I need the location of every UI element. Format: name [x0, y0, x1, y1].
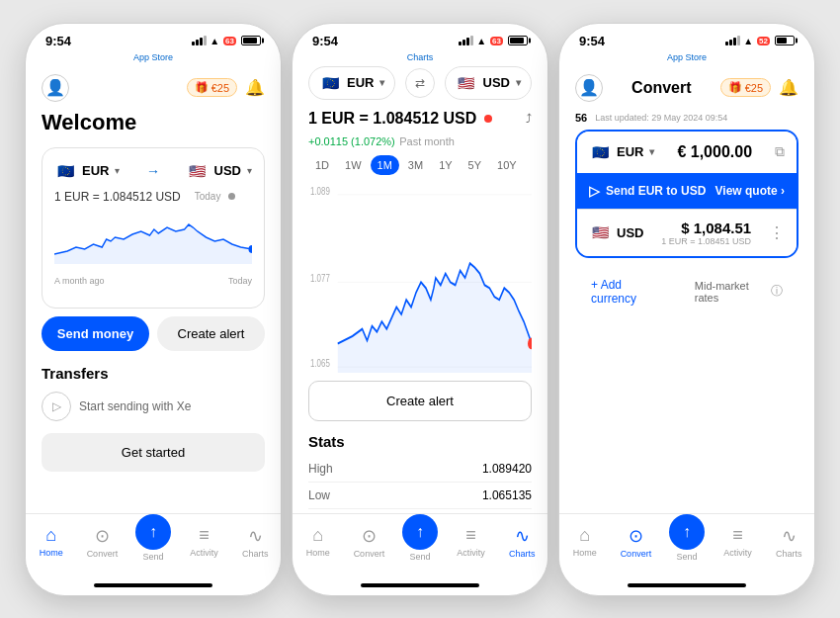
swap-button-2[interactable]: ⇄ — [405, 68, 435, 98]
start-sending-text: Start sending with Xe — [79, 399, 191, 413]
convert-actions-row: + Add currency Mid-market rates ⓘ — [559, 264, 814, 319]
nav-home-2[interactable]: ⌂ Home — [298, 525, 338, 558]
time-1d[interactable]: 1D — [308, 155, 336, 175]
nav-activity-2[interactable]: ≡ Activity — [452, 525, 491, 558]
add-currency-button[interactable]: + Add currency — [575, 272, 679, 311]
nav-charts-label-2: Charts — [509, 549, 536, 559]
time-5y[interactable]: 5Y — [462, 155, 488, 175]
send-money-button[interactable]: Send money — [42, 316, 149, 351]
from-code: EUR — [82, 163, 109, 178]
copy-icon[interactable]: ⧉ — [775, 143, 785, 160]
nav-home-label-3: Home — [573, 548, 597, 558]
to-currency-3[interactable]: 🇺🇸 USD — [589, 221, 643, 243]
mid-market-row: Mid-market rates ⓘ — [679, 274, 798, 309]
status-icons-3: ▲ 52 — [725, 36, 795, 46]
get-started-button[interactable]: Get started — [42, 433, 265, 472]
appstore-bar-2: Charts — [293, 52, 547, 66]
from-selector[interactable]: 🇪🇺 EUR ▾ — [308, 66, 395, 100]
convert-icon-3: ⊙ — [629, 525, 643, 547]
nav-send-1[interactable]: ↑ Send — [133, 522, 173, 562]
appstore-bar-1: App Store — [26, 52, 281, 66]
high-label: High — [308, 462, 333, 476]
activity-icon-3: ≡ — [732, 525, 743, 546]
from-amount[interactable]: € 1,000.00 — [677, 143, 752, 161]
more-icon[interactable]: ⋮ — [769, 223, 785, 242]
gift-badge-3[interactable]: 🎁 €25 — [720, 78, 771, 97]
from-currency[interactable]: 🇪🇺 EUR ▾ — [54, 160, 120, 182]
appstore-label-2: Charts — [407, 52, 434, 62]
time-3m[interactable]: 3M — [401, 155, 430, 175]
live-dot-red — [484, 115, 492, 123]
bell-icon[interactable]: 🔔 — [245, 78, 265, 97]
gift-badge[interactable]: 🎁 €25 — [187, 78, 237, 97]
activity-icon-1: ≡ — [199, 525, 210, 546]
to-rate-value: 1 EUR = 1.08451 USD — [661, 236, 751, 246]
nav-home-1[interactable]: ⌂ Home — [32, 525, 71, 558]
create-alert-button-2[interactable]: Create alert — [308, 381, 532, 421]
change-text: +0.0115 (1.072%) — [308, 135, 395, 147]
from-currency-3[interactable]: 🇪🇺 EUR ▾ — [589, 141, 654, 163]
to-code-2: USD — [483, 75, 510, 90]
bell-icon-3[interactable]: 🔔 — [779, 78, 798, 97]
nav-send-3[interactable]: ↑ Send — [667, 522, 707, 562]
mini-chart — [54, 210, 252, 264]
home-scroll-area: Welcome 🇪🇺 EUR ▾ → 🇺🇸 USD ▾ — [26, 110, 281, 513]
nav-convert-2[interactable]: ⊙ Convert — [349, 525, 388, 559]
avatar-3[interactable]: 👤 — [575, 74, 603, 102]
usd-flag-3: 🇺🇸 — [589, 221, 611, 243]
status-bar-2: 9:54 ▲ 63 — [293, 24, 547, 52]
gift-amount-1: €25 — [211, 82, 229, 94]
time-1m[interactable]: 1M — [371, 155, 399, 175]
time-selector: 1D 1W 1M 3M 1Y 5Y 10Y — [293, 155, 547, 183]
charts-icon-3: ∿ — [782, 525, 797, 547]
time-1w[interactable]: 1W — [338, 155, 369, 175]
time-1y[interactable]: 1Y — [432, 155, 459, 175]
nav-activity-label-2: Activity — [457, 548, 485, 558]
nav-activity-1[interactable]: ≡ Activity — [185, 525, 224, 558]
to-chevron: ▾ — [247, 165, 252, 176]
wifi-icon: ▲ — [210, 36, 219, 46]
share-icon[interactable]: ⤴ — [526, 112, 532, 126]
nav-send-2[interactable]: ↑ Send — [400, 522, 440, 562]
avatar[interactable]: 👤 — [42, 74, 69, 102]
swap-arrow[interactable]: → — [146, 163, 160, 179]
nav-charts-1[interactable]: ∿ Charts — [235, 525, 275, 559]
nav-charts-2[interactable]: ∿ Charts — [502, 525, 542, 559]
time-10y[interactable]: 10Y — [490, 155, 524, 175]
rate-text: 1 EUR = 1.084512 USD — [54, 190, 181, 204]
convert-to-row: 🇺🇸 USD $ 1,084.51 1 EUR = 1.08451 USD ⋮ — [577, 209, 797, 256]
home-indicator-1 — [94, 583, 212, 587]
battery-icon-2 — [508, 36, 528, 45]
activity-icon-2: ≡ — [465, 525, 476, 546]
time-2: 9:54 — [312, 34, 338, 48]
header-right-3: 🎁 €25 🔔 — [720, 78, 798, 97]
nav-home-3[interactable]: ⌂ Home — [565, 525, 605, 558]
battery-badge: 63 — [223, 37, 236, 45]
large-chart-container: 1.089 1.077 1.065 — [293, 183, 547, 373]
usd-flag: 🇺🇸 — [187, 160, 209, 182]
info-icon[interactable]: ⓘ — [771, 283, 783, 300]
to-currency[interactable]: 🇺🇸 USD ▾ — [187, 160, 252, 182]
convert-icon-2: ⊙ — [362, 525, 377, 547]
to-selector[interactable]: 🇺🇸 USD ▾ — [445, 66, 532, 100]
nav-convert-1[interactable]: ⊙ Convert — [82, 525, 122, 559]
eur-flag-2: 🇪🇺 — [319, 72, 341, 94]
home-header: 👤 🎁 €25 🔔 — [26, 66, 281, 110]
stats-title: Stats — [308, 433, 532, 450]
convert-from-row: 🇪🇺 EUR ▾ € 1,000.00 ⧉ — [577, 132, 797, 173]
currency-pair-row: 🇪🇺 EUR ▾ → 🇺🇸 USD ▾ — [54, 160, 252, 182]
nav-convert-3[interactable]: ⊙ Convert — [616, 525, 655, 559]
period-label: Past month — [399, 135, 455, 147]
home-icon-2: ⌂ — [312, 525, 323, 546]
view-quote-button[interactable]: View quote › — [715, 184, 785, 198]
svg-text:1.077: 1.077 — [310, 271, 330, 284]
stat-high-row: High 1.089420 — [308, 456, 532, 483]
nav-activity-3[interactable]: ≡ Activity — [718, 525, 758, 558]
high-value: 1.089420 — [482, 462, 532, 476]
status-icons-1: ▲ 63 — [192, 36, 261, 46]
nav-charts-3[interactable]: ∿ Charts — [769, 525, 808, 559]
send-circle-icon-2: ↑ — [402, 514, 438, 550]
appstore-bar-3: App Store — [559, 52, 814, 66]
create-alert-button[interactable]: Create alert — [157, 316, 265, 351]
live-dot — [228, 193, 235, 200]
